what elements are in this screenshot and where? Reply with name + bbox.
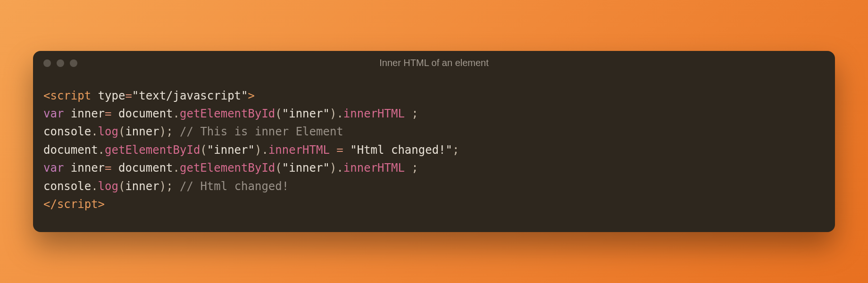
property: innerHTML <box>343 107 405 120</box>
method: getElementById <box>180 107 275 120</box>
minimize-dot-icon[interactable] <box>57 59 64 67</box>
window-title: Inner HTML of an element <box>379 58 489 68</box>
attr-name: type <box>98 89 125 102</box>
code-block: <script type="text/javascript"> var inne… <box>33 73 835 233</box>
maximize-dot-icon[interactable] <box>70 59 77 67</box>
string-literal: "Html changed!" <box>350 143 452 157</box>
comment: // Html changed! <box>180 180 289 193</box>
code-window: Inner HTML of an element <script type="t… <box>33 51 835 233</box>
tag-open: <script <box>43 89 91 102</box>
close-dot-icon[interactable] <box>43 59 51 67</box>
attr-value: "text/javascript" <box>132 89 248 102</box>
tag-close: </script> <box>43 198 105 211</box>
comment: // This is inner Element <box>180 125 343 138</box>
titlebar: Inner HTML of an element <box>33 51 835 73</box>
var-keyword: var <box>43 107 64 120</box>
traffic-lights <box>43 59 77 67</box>
